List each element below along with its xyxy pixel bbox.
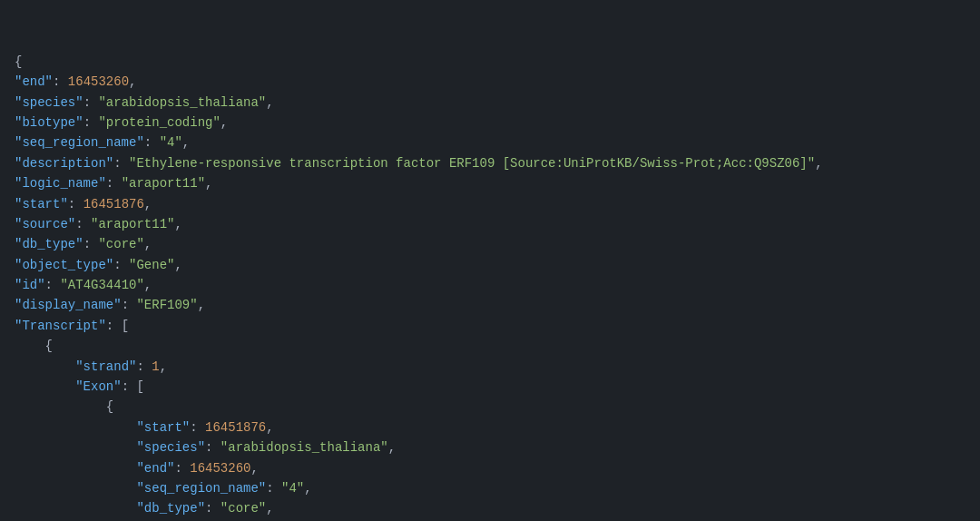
string-token: "araport11" xyxy=(122,176,205,191)
colon-token: : xyxy=(53,74,68,89)
comma-token: , xyxy=(220,115,228,130)
key-token: "display_name" xyxy=(15,298,122,312)
comma-token: , xyxy=(129,74,136,89)
key-token: "start" xyxy=(15,197,68,211)
comma-token: , xyxy=(815,156,822,171)
string-token: "arabidopsis_thaliana" xyxy=(98,95,266,110)
colon-token: : xyxy=(83,237,99,251)
comma-token: , xyxy=(250,461,258,476)
colon-token: : xyxy=(113,156,129,171)
brace-token: { xyxy=(15,54,22,69)
code-line: "object_type": "Gene", xyxy=(15,255,965,275)
code-line: "start": 16451876, xyxy=(15,194,965,214)
colon-token: : xyxy=(266,481,281,496)
code-line: "seq_region_name": "4", xyxy=(15,133,965,152)
key-token: "object_type" xyxy=(15,258,113,272)
colon-token: : xyxy=(45,278,61,292)
comma-token: , xyxy=(266,420,273,435)
code-line: { xyxy=(15,336,965,356)
code-line: "display_name": "ERF109", xyxy=(15,295,965,315)
comma-token: , xyxy=(144,278,152,292)
code-line: "species": "arabidopsis_thaliana", xyxy=(15,93,965,113)
number-token: 16453260 xyxy=(68,74,129,89)
string-token: "4" xyxy=(160,135,182,150)
key-token: "end" xyxy=(15,74,53,89)
key-token: "seq_region_name" xyxy=(136,481,266,496)
colon-token: : xyxy=(113,258,129,272)
key-token: "end" xyxy=(136,461,174,476)
code-content: {"end": 16453260,"species": "arabidopsis… xyxy=(15,52,965,521)
comma-token: , xyxy=(182,135,190,150)
key-token: "Exon" xyxy=(75,379,121,394)
comma-token: , xyxy=(174,258,181,272)
string-token: "arabidopsis_thaliana" xyxy=(220,440,388,455)
colon-token: : xyxy=(205,501,220,516)
comma-token: , xyxy=(266,95,273,110)
brace-token: { xyxy=(106,399,113,414)
string-token: "araport11" xyxy=(91,217,174,231)
bracket-token: [ xyxy=(122,319,129,333)
colon-token: : xyxy=(190,420,205,435)
bracket-token: [ xyxy=(136,379,143,394)
key-token: "start" xyxy=(136,420,190,435)
comma-token: , xyxy=(304,481,311,496)
key-token: "logic_name" xyxy=(15,176,106,191)
string-token: "4" xyxy=(281,481,304,496)
comma-token: , xyxy=(174,217,181,231)
code-line: "db_type": "core", xyxy=(15,234,965,254)
colon-token: : xyxy=(122,298,137,312)
colon-token: : xyxy=(106,319,122,333)
code-line: "species": "arabidopsis_thaliana", xyxy=(15,437,965,457)
comma-token: , xyxy=(266,501,273,516)
key-token: "id" xyxy=(15,278,45,292)
key-token: "biotype" xyxy=(15,115,83,130)
comma-token: , xyxy=(388,440,396,455)
key-token: "description" xyxy=(15,156,113,171)
string-token: "ERF109" xyxy=(136,298,197,312)
code-line: "Exon": [ xyxy=(15,377,965,397)
code-line: "end": 16453260, xyxy=(15,458,965,478)
colon-token: : xyxy=(83,95,99,110)
colon-token: : xyxy=(174,461,190,476)
colon-token: : xyxy=(144,135,160,150)
key-token: "Transcript" xyxy=(15,319,106,333)
comma-token: , xyxy=(205,176,212,191)
colon-token: : xyxy=(205,440,220,455)
string-token: "core" xyxy=(220,501,266,516)
string-token: "Gene" xyxy=(129,258,174,272)
key-token: "strand" xyxy=(75,359,136,374)
key-token: "seq_region_name" xyxy=(15,135,144,150)
code-line: "description": "Ethylene-responsive tran… xyxy=(15,153,965,173)
string-token: "AT4G34410" xyxy=(60,278,143,292)
code-line: "biotype": "protein_coding", xyxy=(15,113,965,133)
code-line: { xyxy=(15,52,965,72)
number-token: 16451876 xyxy=(83,197,144,211)
string-token: "core" xyxy=(98,237,143,251)
colon-token: : xyxy=(122,379,137,394)
string-token: "Ethylene-responsive transcription facto… xyxy=(129,156,815,171)
code-line: "id": "AT4G34410", xyxy=(15,275,965,295)
json-viewer: {"end": 16453260,"species": "arabidopsis… xyxy=(15,11,965,521)
code-line: "source": "araport11", xyxy=(15,214,965,234)
brace-token: { xyxy=(45,339,53,353)
comma-token: , xyxy=(198,298,205,312)
colon-token: : xyxy=(136,359,152,374)
colon-token: : xyxy=(68,197,83,211)
code-line: "strand": 1, xyxy=(15,357,965,377)
colon-token: : xyxy=(106,176,122,191)
comma-token: , xyxy=(144,237,152,251)
colon-token: : xyxy=(83,115,99,130)
key-token: "db_type" xyxy=(136,501,205,516)
key-token: "species" xyxy=(136,440,205,455)
code-line: "logic_name": "araport11", xyxy=(15,173,965,193)
comma-token: , xyxy=(160,359,167,374)
comma-token: , xyxy=(144,197,152,211)
code-line: "db_type": "core", xyxy=(15,498,965,518)
colon-token: : xyxy=(75,217,91,231)
code-line: "start": 16451876, xyxy=(15,418,965,437)
code-line: "end": 16453260, xyxy=(15,72,965,92)
code-line: { xyxy=(15,397,965,417)
key-token: "source" xyxy=(15,217,75,231)
key-token: "db_type" xyxy=(15,237,83,251)
number-token: 1 xyxy=(152,359,159,374)
